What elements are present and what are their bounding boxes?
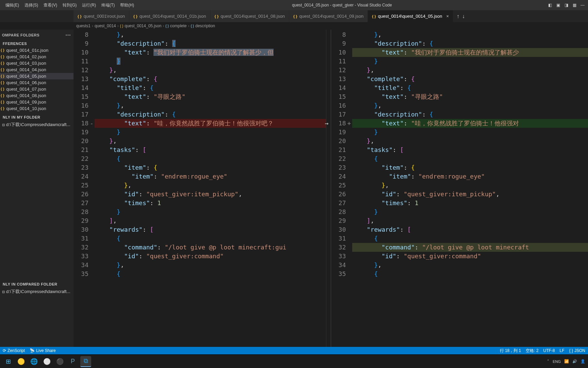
- more-icon[interactable]: ⋯: [65, 32, 71, 38]
- json-icon: { }: [1, 55, 4, 59]
- json-icon: { }: [1, 48, 4, 52]
- close-icon[interactable]: ×: [446, 14, 449, 19]
- file-item[interactable]: { }quest_0014_06.json: [0, 79, 74, 86]
- menu-terminal[interactable]: 终端(T): [99, 2, 117, 8]
- json-icon: { }: [1, 107, 4, 110]
- bc-item[interactable]: quest_0014_05.json: [125, 24, 161, 28]
- json-icon: { }: [1, 87, 4, 91]
- status-bar: ⟳ ZenScript 📡 Live Share 行 18，列 1 空格: 2 …: [0, 347, 588, 354]
- menu-help[interactable]: 帮助(H): [117, 2, 137, 8]
- tab-label: quest_0014\quest_0014_05.json: [378, 14, 442, 19]
- prev-diff-icon[interactable]: ↑: [457, 13, 459, 19]
- app-vscode[interactable]: ⧉: [80, 356, 91, 367]
- bc-item[interactable]: complete: [170, 24, 187, 28]
- file-name: quest_0014_01c.json: [6, 48, 49, 53]
- next-diff-icon[interactable]: ↓: [462, 13, 465, 19]
- json-icon: { }: [372, 14, 376, 18]
- file-item[interactable]: { }quest_0014_03.json: [0, 60, 74, 66]
- file-item[interactable]: { }quest_0014_02.json: [0, 53, 74, 60]
- file-name: quest_0014_10.json: [6, 106, 46, 111]
- sidebar: OMPARE FOLDERS ⋯ FFERENCES { }quest_0014…: [0, 30, 74, 347]
- file-item[interactable]: { }quest_0014_09.json: [0, 99, 74, 105]
- tab-09[interactable]: { } quest_0014\quest_0014_09.json: [289, 10, 368, 22]
- editor-right[interactable]: 8910111213141516171819202122232425262728…: [331, 30, 588, 347]
- status-spaces[interactable]: 空格: 2: [526, 348, 538, 354]
- file-item[interactable]: { }quest_0014_01c.json: [0, 47, 74, 53]
- layout-primary-icon[interactable]: ◧: [547, 2, 553, 8]
- tray-user-icon[interactable]: 👤: [581, 359, 585, 364]
- chevron-right-icon: ⊟: [2, 123, 5, 127]
- layout-custom-icon[interactable]: ▦: [572, 2, 577, 8]
- chevron-right-icon: ›: [92, 24, 93, 28]
- app-edge[interactable]: 🌐: [29, 356, 39, 367]
- bc-item[interactable]: quest_0014: [95, 24, 116, 28]
- tray-ime[interactable]: ENG: [553, 359, 561, 364]
- status-liveshare[interactable]: 📡 Live Share: [30, 348, 55, 353]
- app-unknown3[interactable]: P: [67, 356, 78, 367]
- json-icon: { }: [133, 14, 137, 18]
- code-content[interactable]: }, "description": { "text": "我们对于罗伯骑士现在的…: [352, 30, 588, 347]
- chevron-right-icon: ›: [163, 24, 164, 28]
- menu-run[interactable]: 运行(R): [79, 2, 99, 8]
- status-zen[interactable]: ⟳ ZenScript: [3, 348, 25, 353]
- section-only-my[interactable]: NLY IN MY FOLDER: [0, 114, 74, 121]
- layout-secondary-icon[interactable]: ◨: [564, 2, 569, 8]
- file-name: quest_0014_06.json: [6, 80, 46, 85]
- file-item[interactable]: { }quest_0014_05.json: [0, 73, 74, 79]
- json-icon: { }: [120, 24, 123, 28]
- file-item[interactable]: { }quest_0014_10.json: [0, 105, 74, 112]
- start-button[interactable]: ⊞: [3, 356, 14, 367]
- file-item[interactable]: { }quest_0014_07.json: [0, 86, 74, 92]
- tab-08[interactable]: { } quest_0014\quest_0014_08.json: [211, 10, 289, 22]
- sidebar-title: OMPARE FOLDERS: [2, 33, 39, 37]
- json-icon: { }: [1, 81, 4, 85]
- folder-path: d:\下载\Compressed\dawncraft...: [6, 289, 70, 295]
- tray-chevron-icon[interactable]: ˄: [547, 359, 549, 364]
- bc-item[interactable]: description: [195, 24, 215, 28]
- app-copilot[interactable]: 🟡: [16, 356, 27, 367]
- json-icon: { }: [1, 68, 4, 72]
- json-icon: { }: [1, 94, 4, 97]
- tab-01b[interactable]: { } quest_0014\quest_0014_01b.json: [129, 10, 211, 22]
- breadcrumb: quests1 › quest_0014 › { } quest_0014_05…: [0, 22, 588, 30]
- status-position[interactable]: 行 18，列 1: [500, 348, 521, 354]
- tray-wifi-icon[interactable]: 📶: [564, 359, 569, 364]
- json-icon: { }: [215, 14, 219, 18]
- tab-root[interactable]: { } quest_0001\root.json: [74, 10, 129, 22]
- tab-05[interactable]: { } quest_0014\quest_0014_05.json ×: [368, 10, 453, 22]
- menu-select[interactable]: 选择(S): [22, 2, 41, 8]
- app-unknown1[interactable]: ⚪: [42, 356, 52, 367]
- status-eol[interactable]: LF: [560, 348, 565, 353]
- minimize-icon[interactable]: —: [580, 2, 585, 8]
- folder-row[interactable]: ⊟ d:\下载\Compressed\dawncraft...: [0, 288, 74, 296]
- json-icon: { }: [165, 24, 168, 28]
- layout-panel-icon[interactable]: ▣: [555, 2, 561, 8]
- minimap[interactable]: [326, 30, 331, 347]
- status-encoding[interactable]: UTF-8: [543, 348, 555, 353]
- file-name: quest_0014_03.json: [6, 61, 46, 66]
- folder-row[interactable]: ⊟ d:\下载\Compressed\dawncraft...: [0, 121, 74, 129]
- file-name: quest_0014_04.json: [6, 67, 46, 72]
- file-name: quest_0014_09.json: [6, 99, 46, 105]
- editor-left[interactable]: 8910111213141516171819202122232425262728…: [74, 30, 331, 347]
- section-only-compared[interactable]: NLY IN COMPARED FOLDER: [0, 281, 74, 288]
- menu-go[interactable]: 转到(G): [60, 2, 79, 8]
- section-differences[interactable]: FFERENCES: [0, 40, 74, 47]
- app-unknown2[interactable]: ⚫: [54, 356, 65, 367]
- chevron-right-icon: ⊟: [2, 290, 5, 294]
- file-item[interactable]: { }quest_0014_08.json: [0, 92, 74, 99]
- status-language[interactable]: { } JSON: [569, 348, 585, 353]
- window-title: quest_0014_05.json - quest_giver - Visua…: [137, 3, 547, 7]
- file-item[interactable]: { }quest_0014_04.json: [0, 66, 74, 73]
- tray-volume-icon[interactable]: 🔊: [572, 359, 577, 364]
- line-gutter: 8910111213141516171819202122232425262728…: [331, 30, 352, 347]
- zen-icon: ⟳: [3, 348, 6, 353]
- code-content[interactable]: }, "description": { "text": "我们对于罗伯骑士现在的…: [95, 30, 326, 347]
- tab-label: quest_0014\quest_0014_08.json: [220, 14, 285, 19]
- menu-edit[interactable]: 编辑(E): [3, 2, 22, 8]
- json-icon: { }: [569, 348, 573, 353]
- file-name: quest_0014_07.json: [6, 87, 46, 92]
- menu-view[interactable]: 查看(V): [41, 2, 60, 8]
- bc-item[interactable]: quests1: [76, 24, 91, 28]
- chevron-right-icon: ›: [188, 24, 190, 28]
